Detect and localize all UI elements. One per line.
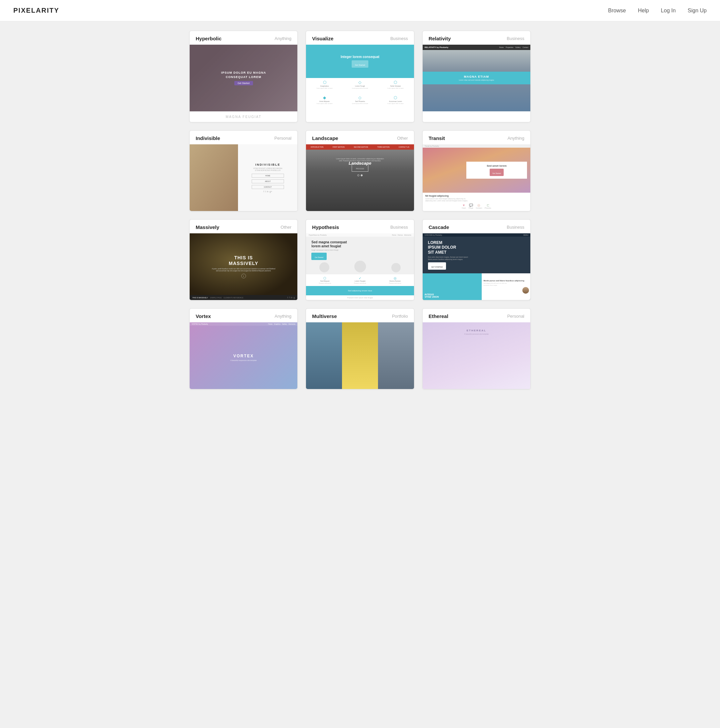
massively-title: THIS ISMASSIVELY bbox=[212, 255, 275, 266]
card-header: Multiverse Portfolio bbox=[306, 309, 414, 322]
card-multiverse[interactable]: Multiverse Portfolio bbox=[306, 308, 414, 389]
card-preview: INDIVISIBLE VITAE FEUGIAT LOREM SED MAGN… bbox=[190, 144, 297, 211]
card-preview: IPSUM DOLOR EU MAGNACONSEQUAT LOREM Get … bbox=[190, 45, 297, 111]
card-title: Transit bbox=[429, 135, 445, 141]
card-visualize[interactable]: Visualize Business Integer lorem consequ… bbox=[306, 31, 414, 122]
card-header: Hyperbolic Anything bbox=[190, 31, 297, 45]
card-hyperbolic[interactable]: Hyperbolic Anything IPSUM DOLOR EU MAGNA… bbox=[190, 31, 298, 122]
vis-hero-text: Integer lorem consequat bbox=[341, 55, 379, 59]
card-preview: Integer lorem consequat Get Started ⬡Ima… bbox=[306, 45, 414, 111]
card-header: Massively Other bbox=[190, 220, 297, 233]
header: PIXELARITY Browse Help Log In Sign Up bbox=[0, 0, 720, 21]
nav-signup[interactable]: Sign Up bbox=[688, 8, 707, 14]
card-title: Hypothesis bbox=[312, 224, 339, 230]
relativity-banner-text: MAGNA ETIAM bbox=[426, 75, 527, 78]
card-category: Personal bbox=[508, 314, 524, 319]
card-ethereal[interactable]: Ethereal Personal ETHEREAL A beautiful p… bbox=[422, 308, 530, 389]
nav-help[interactable]: Help bbox=[638, 8, 649, 14]
card-title: Indivisible bbox=[196, 135, 220, 141]
card-title: Visualize bbox=[312, 36, 333, 41]
card-transit[interactable]: Transit Anything Transit by Pixelarity S… bbox=[422, 130, 530, 211]
logo: PIXELARITY bbox=[13, 7, 59, 14]
card-preview: ETHEREAL A beautiful personal site templ… bbox=[423, 322, 530, 389]
preview-cta[interactable]: Get Started bbox=[234, 81, 253, 85]
card-category: Personal bbox=[274, 136, 291, 141]
card-preview: Transit by Pixelarity Sed amet lorem Get… bbox=[423, 144, 530, 211]
card-header: Hypothesis Business bbox=[306, 220, 414, 233]
card-title: Multiverse bbox=[312, 314, 337, 319]
card-category: Business bbox=[390, 225, 408, 230]
navigation: Browse Help Log In Sign Up bbox=[608, 8, 707, 14]
card-header: Cascade Business bbox=[423, 220, 530, 233]
card-preview: CASCADE by Pixelarity MENU LOREMIPSUM DO… bbox=[423, 233, 530, 300]
card-category: Anything bbox=[508, 136, 524, 141]
card-category: Business bbox=[507, 225, 524, 230]
card-title: Massively bbox=[196, 224, 219, 230]
card-indivisible[interactable]: Indivisible Personal INDIVISIBLE VITAE F… bbox=[190, 130, 298, 211]
card-cascade[interactable]: Cascade Business CASCADE by Pixelarity M… bbox=[422, 219, 530, 300]
card-category: Portfolio bbox=[392, 314, 408, 319]
card-category: Business bbox=[507, 36, 524, 41]
card-header: Ethereal Personal bbox=[423, 309, 530, 322]
card-relativity[interactable]: Relativity Business RELATIVITY by Pixela… bbox=[422, 31, 530, 122]
transit-hero-text: Sed amet lorem bbox=[487, 164, 507, 167]
card-header: Vortex Anything bbox=[190, 309, 297, 322]
card-preview: VORTEX by Pixelarity HomeGraphicsGallery… bbox=[190, 322, 297, 389]
landscape-script-text: Landscape bbox=[349, 161, 371, 166]
nav-login[interactable]: Log In bbox=[661, 8, 676, 14]
card-preview: THIS ISMASSIVELY A justo, portit faucibu… bbox=[190, 233, 297, 300]
card-header: Landscape Other bbox=[306, 131, 414, 144]
card-title: Cascade bbox=[429, 224, 449, 230]
card-category: Business bbox=[390, 36, 408, 41]
card-preview: RELATIVITY by Pixelarity HomePropertiesG… bbox=[423, 45, 530, 111]
card-category: Other bbox=[397, 136, 408, 141]
template-grid: Hyperbolic Anything IPSUM DOLOR EU MAGNA… bbox=[180, 21, 540, 399]
card-title: Hyperbolic bbox=[196, 36, 222, 41]
card-title: Relativity bbox=[429, 36, 451, 41]
card-header: Indivisible Personal bbox=[190, 131, 297, 144]
nav-browse[interactable]: Browse bbox=[608, 8, 626, 14]
card-preview: HypotHesis by Pixelarity HomeDemosElemen… bbox=[306, 233, 414, 300]
card-category: Anything bbox=[275, 36, 292, 41]
card-footer: MAGNA FEUGIAT bbox=[190, 111, 297, 122]
transit-sub-text: Nil feugiat adipiscing bbox=[425, 195, 528, 197]
hypothesis-hero-text: Sed magna consequat bbox=[311, 240, 347, 244]
card-category: Anything bbox=[275, 314, 292, 319]
card-header: Visualize Business bbox=[306, 31, 414, 45]
card-hypothesis[interactable]: Hypothesis Business HypotHesis by Pixela… bbox=[306, 219, 414, 300]
card-header: Transit Anything bbox=[423, 131, 530, 144]
hypothesis-footer-text: Sed adipiscing ornare risus bbox=[348, 290, 372, 292]
card-preview bbox=[306, 322, 414, 389]
card-vortex[interactable]: Vortex Anything VORTEX by Pixelarity Hom… bbox=[190, 308, 298, 389]
card-header: Relativity Business bbox=[423, 31, 530, 45]
card-title: Vortex bbox=[196, 314, 211, 319]
card-preview: INTRODUCTION FIRST EDITION SECOND EDITIO… bbox=[306, 144, 414, 211]
card-title: Ethereal bbox=[429, 314, 448, 319]
card-title: Landscape bbox=[312, 135, 338, 141]
card-category: Other bbox=[281, 225, 292, 230]
card-landscape[interactable]: Landscape Other INTRODUCTION FIRST EDITI… bbox=[306, 130, 414, 211]
card-massively[interactable]: Massively Other THIS ISMASSIVELY A justo… bbox=[190, 219, 298, 300]
